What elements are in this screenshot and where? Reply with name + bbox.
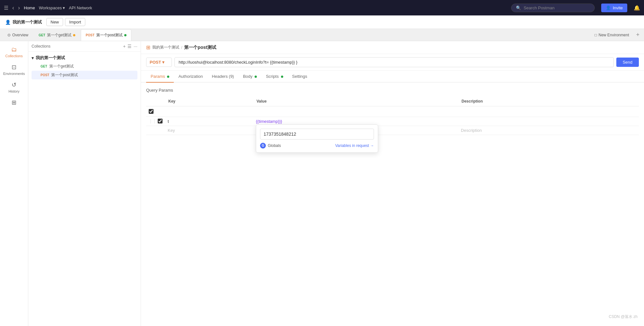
param-key[interactable]: t	[165, 117, 253, 126]
workspace-label: 👤 我的第一个测试	[3, 19, 44, 25]
tab-get-test[interactable]: GET 第一个get测试	[34, 29, 80, 41]
tooltip-popup: 1737351848212 G Globals Variables in req…	[256, 124, 378, 153]
tab-params[interactable]: Params	[146, 71, 174, 83]
workspace-name: 我的第一个测试	[13, 19, 42, 25]
tab-post-test[interactable]: POST 第一个post测试	[81, 29, 131, 41]
workspaces-menu[interactable]: Workspaces ▾	[39, 5, 65, 10]
sidebar-item-environments[interactable]: ⊡ Environments	[2, 61, 26, 78]
request-tabs: Params Authorization Headers (9) Body Sc…	[141, 71, 644, 83]
collections-icon: 🗂	[11, 46, 17, 53]
list-item[interactable]: POST 第一个post测试	[32, 71, 137, 79]
file-tree: Collections + ☰ ··· ▾ 我的第一个测试 GET 第一个get…	[28, 41, 141, 326]
back-button[interactable]: ‹	[12, 5, 14, 11]
topbar: ☰ ‹ › Home Workspaces ▾ API Network 🔍 Se…	[0, 0, 644, 15]
unsaved-dot	[124, 34, 126, 36]
tab-overview[interactable]: ⊙ Overview	[3, 29, 33, 41]
overview-icon: ⊙	[7, 33, 11, 37]
url-input[interactable]	[174, 57, 614, 67]
main-layout: 🗂 Collections ⊡ Environments ↺ History ⊞…	[0, 41, 644, 326]
sidebar-item-label: History	[8, 89, 19, 93]
list-item[interactable]: GET 第一个get测试	[32, 62, 137, 71]
bell-icon[interactable]: 🔔	[634, 5, 640, 11]
globals-icon: G	[260, 143, 266, 149]
history-icon: ↺	[12, 81, 16, 88]
table-row: ⋮⋮ t {{timestamp}}} 1737351848212	[146, 117, 639, 126]
add-tab-button[interactable]: +	[634, 32, 641, 38]
sidebar-item-history[interactable]: ↺ History	[2, 79, 26, 96]
breadcrumb: ⊞ 我的第一个测试 / 第一个post测试	[141, 41, 644, 54]
search-icon: 🔍	[516, 5, 521, 10]
tree-group: ▾ 我的第一个测试 GET 第一个get测试 POST 第一个post测试	[28, 52, 141, 81]
select-all-checkbox[interactable]	[149, 109, 154, 114]
param-desc-placeholder[interactable]: Description	[458, 126, 639, 135]
col-value: Value	[253, 96, 458, 106]
search-placeholder: Search Postman	[524, 5, 555, 10]
watermark: CSDN @落水 zh	[609, 314, 638, 320]
breadcrumb-separator: /	[181, 45, 182, 50]
filetree-title: Collections	[32, 44, 121, 49]
table-row: Key Description	[146, 126, 639, 135]
globals-label: Globals	[268, 143, 281, 148]
tab-scripts[interactable]: Scripts	[261, 71, 287, 83]
invite-button[interactable]: 👤 Invite	[601, 4, 627, 12]
environment-icon: □	[595, 33, 597, 37]
sidebar: 🗂 Collections ⊡ Environments ↺ History ⊞	[0, 41, 28, 326]
param-description[interactable]	[458, 117, 639, 126]
table-row	[146, 106, 639, 117]
param-key-placeholder[interactable]: Key	[165, 126, 253, 135]
sidebar-item-apps[interactable]: ⊞	[2, 96, 26, 110]
forward-button[interactable]: ›	[18, 5, 20, 11]
group-name: 我的第一个测试	[36, 55, 65, 61]
tab-settings[interactable]: Settings	[288, 71, 312, 83]
tab-body[interactable]: Body	[238, 71, 261, 83]
drag-handle[interactable]: ⋮⋮	[149, 119, 156, 123]
col-check	[146, 96, 165, 106]
content-area: ⊞ 我的第一个测试 / 第一个post测试 POST ▾ Send Params…	[141, 41, 644, 326]
chevron-down-icon: ▾	[63, 5, 65, 10]
user-icon: 👤	[606, 5, 611, 10]
hamburger-icon[interactable]: ☰	[4, 5, 8, 11]
apps-icon: ⊞	[12, 99, 16, 106]
col-key: Key	[165, 96, 253, 106]
param-checkbox[interactable]	[158, 119, 163, 123]
workspace-icon: 👤	[5, 20, 11, 25]
environments-icon: ⊡	[12, 64, 16, 71]
sidebar-item-label: Environments	[3, 72, 25, 76]
unsaved-dot	[73, 34, 75, 36]
sidebar-item-collections[interactable]: 🗂 Collections	[2, 44, 26, 60]
workspaces-label: Workspaces	[39, 5, 62, 10]
tab-new-environment[interactable]: □ New Environment	[590, 31, 634, 39]
method-selector[interactable]: POST ▾	[146, 58, 172, 67]
params-dot	[167, 76, 169, 78]
secondbar: 👤 我的第一个测试 New Import	[0, 15, 644, 29]
search-bar[interactable]: 🔍 Search Postman	[511, 4, 595, 12]
params-section: Query Params Key Value Description	[141, 83, 644, 326]
send-button[interactable]: Send	[616, 58, 639, 67]
param-value[interactable]: {{timestamp}}}	[256, 119, 282, 124]
col-description: Description	[458, 96, 639, 106]
tree-group-header[interactable]: ▾ 我的第一个测试	[32, 54, 137, 62]
request-name: 第一个get测试	[49, 64, 74, 69]
body-dot	[255, 76, 257, 78]
request-name: 第一个post测试	[51, 72, 78, 78]
tab-headers[interactable]: Headers (9)	[207, 71, 238, 83]
method-post-badge: POST	[41, 73, 49, 77]
more-options-button[interactable]: ···	[134, 44, 137, 49]
scripts-dot	[281, 76, 283, 78]
import-button[interactable]: Import	[65, 18, 85, 26]
variables-in-request-link[interactable]: Variables in request →	[335, 143, 374, 148]
filter-button[interactable]: ☰	[127, 44, 132, 49]
breadcrumb-workspace[interactable]: 我的第一个测试	[152, 45, 179, 50]
filetree-header: Collections + ☰ ···	[28, 41, 141, 52]
tab-authorization[interactable]: Authorization	[174, 71, 207, 83]
home-link[interactable]: Home	[24, 5, 35, 10]
method-label: POST	[150, 60, 161, 65]
api-network-link[interactable]: API Network	[69, 5, 92, 10]
tooltip-source: G Globals	[260, 143, 281, 149]
breadcrumb-request: 第一个post测试	[184, 45, 216, 50]
request-type-icon: ⊞	[146, 44, 150, 50]
tabs-bar: ⊙ Overview GET 第一个get测试 POST 第一个post测试 □…	[0, 29, 644, 41]
add-collection-button[interactable]: +	[123, 44, 126, 49]
new-button[interactable]: New	[46, 18, 63, 26]
sidebar-item-label: Collections	[5, 54, 23, 58]
